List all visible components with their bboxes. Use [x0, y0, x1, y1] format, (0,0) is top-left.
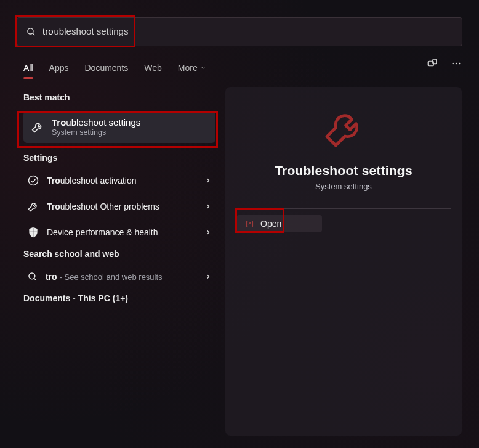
- settings-item-troubleshoot-other[interactable]: Troubleshoot Other problems: [23, 193, 215, 219]
- best-match-heading: Best match: [23, 92, 215, 102]
- settings-item-device-performance[interactable]: Device performance & health: [23, 219, 215, 245]
- tab-all[interactable]: All: [23, 63, 33, 73]
- svg-rect-10: [247, 221, 253, 227]
- school-web-item-label: tro - See school and web results: [46, 272, 197, 282]
- tab-more[interactable]: More: [178, 63, 206, 73]
- tab-more-label: More: [178, 63, 198, 73]
- preview-subtitle: System settings: [315, 182, 372, 191]
- search-box[interactable]: troubleshoot settings: [17, 17, 462, 46]
- svg-point-0: [28, 28, 33, 34]
- wrench-icon: [31, 120, 44, 134]
- settings-item-label: Troubleshoot activation: [47, 176, 197, 185]
- search-icon: [27, 271, 38, 282]
- school-web-heading: Search school and web: [23, 249, 215, 259]
- school-web-item[interactable]: tro - See school and web results: [23, 264, 215, 290]
- tab-web[interactable]: Web: [144, 63, 162, 73]
- chevron-right-icon: [204, 177, 212, 184]
- settings-item-label: Device performance & health: [47, 227, 197, 237]
- svg-point-7: [29, 176, 38, 185]
- search-icon: [26, 26, 36, 37]
- chevron-right-icon: [204, 203, 212, 210]
- svg-point-6: [459, 63, 461, 65]
- chevron-down-icon: [200, 65, 206, 71]
- chevron-right-icon: [204, 229, 212, 236]
- best-match-result[interactable]: Troubleshoot settings System settings: [23, 111, 215, 143]
- results-left-column: Best match Troubleshoot settings System …: [23, 92, 215, 442]
- search-input[interactable]: troubleshoot settings: [42, 26, 128, 38]
- more-options-icon[interactable]: [451, 58, 462, 69]
- result-filter-tabs: All Apps Documents Web More: [23, 59, 463, 76]
- best-match-subtitle: System settings: [52, 128, 140, 137]
- settings-item-label: Troubleshoot Other problems: [47, 202, 197, 211]
- preview-title: Troubleshoot settings: [275, 163, 413, 178]
- tab-documents[interactable]: Documents: [84, 63, 128, 73]
- settings-item-troubleshoot-activation[interactable]: Troubleshoot activation: [23, 168, 215, 193]
- chevron-right-icon: [204, 273, 212, 280]
- preview-panel: Troubleshoot settings System settings Op…: [225, 87, 462, 436]
- svg-point-5: [456, 63, 457, 65]
- documents-heading: Documents - This PC (1+): [23, 293, 215, 303]
- search-completion-text: ubleshoot settings: [54, 26, 129, 36]
- wrench-icon-large: [321, 107, 366, 151]
- connect-device-icon[interactable]: [426, 58, 438, 69]
- open-icon: [245, 219, 254, 229]
- svg-point-4: [452, 63, 454, 65]
- shield-icon: [27, 226, 39, 238]
- search-toolbar-right: [426, 58, 462, 69]
- tab-apps[interactable]: Apps: [49, 63, 69, 73]
- svg-line-1: [33, 33, 34, 35]
- wrench-icon: [27, 200, 39, 213]
- check-circle-icon: [27, 174, 39, 187]
- settings-heading: Settings: [23, 153, 215, 163]
- open-button[interactable]: Open: [236, 215, 322, 232]
- svg-point-8: [29, 273, 35, 279]
- search-typed-text: tro: [42, 26, 54, 36]
- svg-line-9: [34, 278, 36, 280]
- open-button-label: Open: [260, 219, 281, 229]
- divider: [236, 208, 451, 209]
- best-match-title: Troubleshoot settings: [52, 117, 140, 128]
